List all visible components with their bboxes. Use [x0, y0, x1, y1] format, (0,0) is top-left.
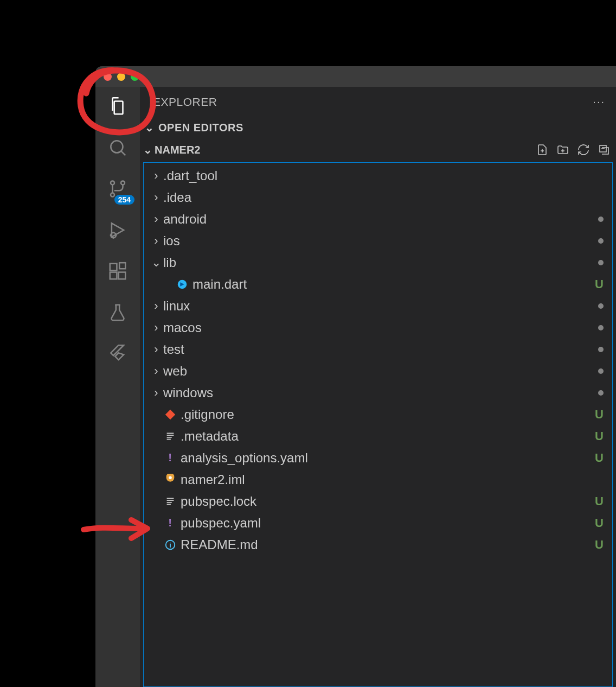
- new-file-icon[interactable]: [536, 143, 549, 156]
- chevron-right-icon: ›: [149, 212, 163, 226]
- extensions-icon[interactable]: [106, 260, 129, 283]
- window-body: 254: [95, 87, 616, 687]
- untracked-badge: U: [595, 277, 604, 291]
- titlebar: [95, 66, 616, 87]
- chevron-down-icon: ⌄: [149, 256, 163, 270]
- file-analysis-options-yaml[interactable]: !analysis_options.yamlU: [144, 447, 612, 469]
- flutter-icon[interactable]: [106, 342, 129, 365]
- modified-dot-icon: [598, 238, 604, 244]
- yaml-icon: !: [163, 451, 177, 465]
- source-control-badge: 254: [114, 195, 134, 205]
- chevron-down-icon: ⌄: [143, 143, 152, 156]
- svg-rect-5: [110, 264, 117, 271]
- new-folder-icon[interactable]: [556, 143, 569, 156]
- open-editors-label: OPEN EDITORS: [158, 122, 243, 134]
- tree-item-label: pubspec.yaml: [181, 516, 595, 531]
- svg-point-0: [111, 141, 123, 152]
- sidebar-more-icon[interactable]: ···: [593, 96, 605, 108]
- yaml-icon: !: [163, 516, 177, 530]
- project-section[interactable]: ⌄ NAMER2: [140, 138, 616, 161]
- file--metadata[interactable]: .metadataU: [144, 425, 612, 447]
- git-icon: [163, 408, 177, 422]
- file-pubspec-lock[interactable]: pubspec.lockU: [144, 491, 612, 512]
- chevron-right-icon: ›: [149, 386, 163, 400]
- folder--idea[interactable]: ›.idea: [144, 187, 612, 208]
- untracked-badge: U: [595, 408, 604, 422]
- run-debug-icon[interactable]: [106, 219, 129, 241]
- modified-dot-icon: [598, 260, 604, 265]
- lines-icon: [163, 429, 177, 443]
- info-icon: i: [163, 538, 177, 552]
- file--gitignore[interactable]: .gitignoreU: [144, 404, 612, 425]
- sidebar-header: EXPLORER ···: [140, 87, 616, 117]
- chevron-right-icon: ›: [149, 342, 163, 357]
- chevron-right-icon: ›: [149, 364, 163, 378]
- file-pubspec-yaml[interactable]: !pubspec.yamlU: [144, 512, 612, 534]
- folder-windows[interactable]: ›windows: [144, 382, 612, 404]
- untracked-badge: U: [595, 516, 604, 530]
- source-control-icon[interactable]: 254: [106, 177, 129, 200]
- file-readme-md[interactable]: iREADME.mdU: [144, 534, 612, 556]
- svg-text:!: !: [168, 517, 172, 529]
- svg-rect-6: [110, 272, 117, 279]
- explorer-icon[interactable]: [106, 95, 129, 118]
- untracked-badge: U: [595, 429, 604, 443]
- modified-dot-icon: [598, 325, 604, 330]
- chevron-right-icon: ›: [149, 321, 163, 335]
- folder-macos[interactable]: ›macos: [144, 317, 612, 339]
- lines-icon: [163, 494, 177, 508]
- project-actions: [536, 143, 611, 156]
- chevron-down-icon: ⌄: [143, 121, 156, 134]
- folder-linux[interactable]: ›linux: [144, 295, 612, 317]
- modified-dot-icon: [598, 390, 604, 396]
- tree-item-label: lib: [163, 255, 598, 270]
- tree-item-label: web: [163, 364, 598, 379]
- folder-android[interactable]: ›android: [144, 208, 612, 230]
- folder-test[interactable]: ›test: [144, 339, 612, 360]
- tree-item-label: .dart_tool: [163, 168, 604, 183]
- folder-ios[interactable]: ›ios: [144, 230, 612, 252]
- svg-point-12: [169, 476, 172, 480]
- folder-web[interactable]: ›web: [144, 360, 612, 382]
- svg-text:!: !: [168, 452, 172, 463]
- tree-item-label: main.dart: [193, 277, 595, 292]
- folder--dart-tool[interactable]: ›.dart_tool: [144, 165, 612, 187]
- svg-point-3: [111, 193, 114, 197]
- untracked-badge: U: [595, 538, 604, 552]
- svg-rect-7: [119, 272, 126, 279]
- explorer-sidebar: EXPLORER ··· ⌄ OPEN EDITORS ⌄ NAMER2: [140, 87, 616, 687]
- search-icon[interactable]: [106, 136, 129, 159]
- tree-item-label: .gitignore: [181, 407, 595, 422]
- tree-item-label: test: [163, 342, 598, 357]
- window-close-button[interactable]: [104, 73, 112, 81]
- window-zoom-button[interactable]: [131, 73, 139, 81]
- tree-item-label: android: [163, 212, 598, 227]
- untracked-badge: U: [595, 451, 604, 465]
- collapse-all-icon[interactable]: [598, 143, 611, 156]
- open-editors-section[interactable]: ⌄ OPEN EDITORS: [140, 117, 616, 138]
- chevron-right-icon: ›: [149, 299, 163, 313]
- refresh-icon[interactable]: [577, 143, 590, 156]
- window-minimize-button[interactable]: [117, 73, 125, 81]
- sidebar-title: EXPLORER: [153, 96, 217, 109]
- file-namer2-iml[interactable]: namer2.iml: [144, 469, 612, 491]
- testing-icon[interactable]: [106, 301, 129, 324]
- svg-point-1: [111, 181, 114, 185]
- modified-dot-icon: [598, 303, 604, 309]
- dart-icon: [175, 277, 189, 291]
- folder-lib[interactable]: ⌄lib: [144, 252, 612, 273]
- tree-item-label: .metadata: [181, 429, 595, 444]
- tree-item-label: README.md: [181, 537, 595, 552]
- untracked-badge: U: [595, 494, 604, 508]
- file-main-dart[interactable]: main.dartU: [144, 273, 612, 295]
- activity-bar: 254: [95, 87, 140, 687]
- tree-item-label: analysis_options.yaml: [181, 450, 595, 466]
- file-tree: ›.dart_tool›.idea›android›ios⌄libmain.da…: [143, 162, 613, 687]
- chevron-right-icon: ›: [149, 234, 163, 248]
- tree-item-label: namer2.iml: [181, 472, 604, 487]
- tree-item-label: ios: [163, 233, 598, 249]
- chevron-right-icon: ›: [149, 190, 163, 205]
- svg-rect-8: [119, 263, 125, 269]
- vscode-window: 254: [95, 66, 616, 687]
- tree-item-label: windows: [163, 385, 598, 400]
